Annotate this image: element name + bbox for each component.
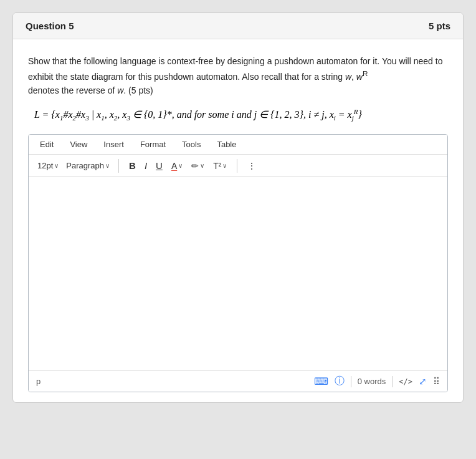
keyboard-icon[interactable]: ⌨ <box>314 375 328 387</box>
menu-insert[interactable]: Insert <box>101 138 126 150</box>
font-color-icon: A <box>171 161 177 171</box>
math-formula: L = {x1#x2#x3 | x1, x2, x3 ∈ {0, 1}*, an… <box>34 108 448 122</box>
highlight-button[interactable]: ✏ ∨ <box>188 159 208 173</box>
question-text-comma: , <box>351 72 356 82</box>
font-size-value: 12pt <box>37 161 53 170</box>
expand-icon[interactable]: ⤢ <box>419 376 427 387</box>
toolbar-divider-2 <box>237 159 237 173</box>
highlight-chevron: ∨ <box>200 162 204 169</box>
footer-right: ⌨ ⓘ 0 words </> ⤢ ⠿ <box>314 375 440 388</box>
question-text-part3: denotes the reverse of <box>28 85 115 95</box>
superscript-button[interactable]: T² ∨ <box>209 159 231 173</box>
question-title: Question 5 <box>26 21 74 31</box>
grid-dots-icon[interactable]: ⠿ <box>433 376 440 387</box>
editor-toolbar: 12pt ∨ Paragraph ∨ B I <box>29 155 447 177</box>
paragraph-chevron: ∨ <box>105 162 110 169</box>
editor-footer: p ⌨ ⓘ 0 words </> ⤢ ⠿ <box>29 370 447 392</box>
font-size-button[interactable]: 12pt ∨ <box>35 160 61 172</box>
formatting-group: B I U A ∨ ✏ ∨ <box>125 158 231 173</box>
paragraph-value: Paragraph <box>66 161 104 170</box>
superscript-chevron: ∨ <box>222 162 227 169</box>
menu-view[interactable]: View <box>67 138 90 150</box>
word-count: 0 words <box>358 377 386 386</box>
editor-container: Edit View Insert Format Tools Table 12pt… <box>28 134 448 392</box>
menu-edit[interactable]: Edit <box>37 138 56 150</box>
font-color-button[interactable]: A ∨ <box>168 159 186 173</box>
footer-divider <box>351 376 351 387</box>
menu-tools[interactable]: Tools <box>179 138 203 150</box>
highlight-icon: ✏ <box>191 161 199 171</box>
footer-divider-2 <box>392 376 393 387</box>
italic-button[interactable]: I <box>141 158 151 173</box>
font-size-chevron: ∨ <box>54 162 59 169</box>
question-text-w2: w <box>117 85 123 95</box>
editor-content-area[interactable] <box>29 177 447 370</box>
code-tag[interactable]: </> <box>399 377 412 386</box>
bold-button[interactable]: B <box>125 158 140 173</box>
math-L: L = {x1#x2#x3 | x1, x2, x3 ∈ {0, 1}*, an… <box>34 109 362 120</box>
question-text-wR: w <box>356 72 363 82</box>
paragraph-group: Paragraph ∨ <box>64 160 112 172</box>
question-text-part4: . (5 pts) <box>123 85 153 95</box>
menu-format[interactable]: Format <box>138 138 168 150</box>
more-options-button[interactable]: ⋮ <box>244 159 260 173</box>
menu-table[interactable]: Table <box>214 138 239 150</box>
question-text-sup: R <box>363 69 368 77</box>
footer-path: p <box>36 377 40 386</box>
underline-button[interactable]: U <box>152 158 166 173</box>
editor-menubar: Edit View Insert Format Tools Table <box>29 135 447 155</box>
card-header: Question 5 5 pts <box>13 13 463 39</box>
more-options-icon: ⋮ <box>247 161 256 171</box>
font-size-group: 12pt ∨ <box>35 160 61 172</box>
question-text-w: w <box>345 72 351 82</box>
points-label: 5 pts <box>429 21 450 31</box>
card-body: Show that the following language is cont… <box>13 39 463 402</box>
superscript-icon: T² <box>213 161 221 171</box>
question-card: Question 5 5 pts Show that the following… <box>12 12 464 403</box>
question-text-part1: Show that the following language is cont… <box>28 56 442 82</box>
question-text: Show that the following language is cont… <box>28 54 448 98</box>
toolbar-divider-1 <box>118 159 119 173</box>
paragraph-button[interactable]: Paragraph ∨ <box>64 160 112 172</box>
font-color-chevron: ∨ <box>178 162 183 169</box>
accessibility-icon[interactable]: ⓘ <box>335 375 345 388</box>
